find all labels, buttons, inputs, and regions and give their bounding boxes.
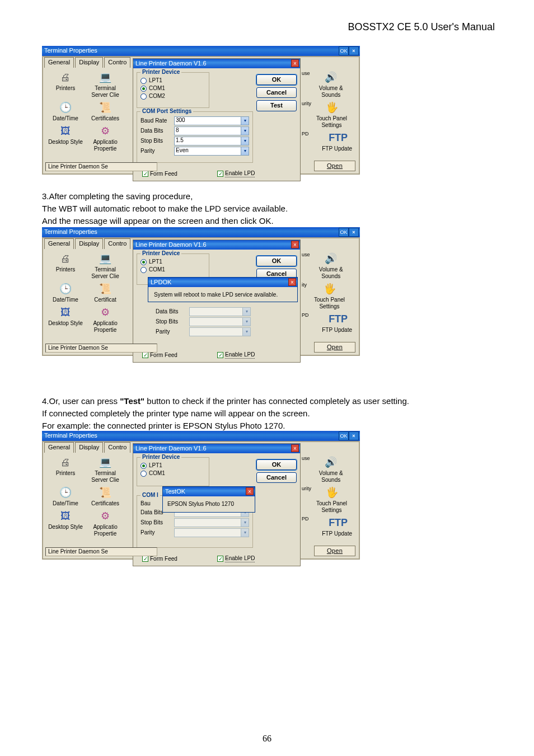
icon-label-volume[interactable]: Volume & Sounds (319, 266, 343, 279)
printer-device-group: Printer Device LPT1 COM1 COM2 (137, 72, 209, 108)
tab-general[interactable]: General (44, 57, 74, 68)
statusbar: Line Printer Daemon Se (45, 344, 157, 353)
baud-rate-select[interactable]: 300▾ (174, 116, 249, 125)
icon-label-terminal[interactable]: Terminal Server Clie (91, 470, 119, 483)
lpd-dialog: Line Printer Daemon V1.6 × Printer Devic… (133, 443, 301, 566)
test-close-button[interactable]: × (246, 487, 254, 495)
icon-label-printers[interactable]: Printers (56, 470, 75, 476)
lpd-dialog-close-button[interactable]: × (291, 444, 299, 452)
stop-bits-label: Stop Bits (140, 519, 174, 526)
radio-com2[interactable] (140, 93, 147, 100)
radio-com1[interactable] (140, 86, 147, 92)
chevron-down-icon: ▾ (242, 328, 250, 336)
tab-display[interactable]: Display (75, 57, 103, 68)
enable-lpd-checkbox[interactable]: ✓Enable LPD (217, 555, 255, 562)
icon-label-desktop[interactable]: Desktop Style (48, 139, 83, 145)
para1-line1: 3.After completing the saving procedure, (42, 190, 495, 203)
icon-label-touch[interactable]: Touch Panel Settings (316, 115, 347, 128)
icon-label-desktop[interactable]: Desktop Style (48, 320, 83, 326)
titlebar-ok-button[interactable]: OK (339, 46, 349, 55)
lpd-dialog: Line Printer Daemon V1.6 × Printer Devic… (133, 240, 301, 363)
control-panel-icons: 🖨Printers 💻Terminal Server Clie 🕒Date/Ti… (46, 71, 130, 154)
tab-display[interactable]: Display (75, 442, 103, 453)
form-feed-checkbox[interactable]: ✓Form Feed (142, 171, 177, 177)
radio-lpt1[interactable] (140, 259, 147, 265)
titlebar-close-button[interactable]: × (349, 228, 359, 237)
stop-bits-select[interactable]: 1.5▾ (174, 137, 249, 145)
icon-label-desktop[interactable]: Desktop Style (48, 524, 83, 530)
icon-label-datetime[interactable]: Date/Time (53, 297, 78, 303)
clock-icon: 🕒 (57, 486, 74, 499)
icon-label-volume[interactable]: Volume & Sounds (319, 470, 343, 483)
para2-line3: For example: the connected printer is EP… (42, 420, 495, 432)
radio-lpt1[interactable] (140, 463, 147, 469)
radio-com1[interactable] (140, 267, 147, 273)
icon-label-volume[interactable]: Volume & Sounds (319, 85, 343, 98)
titlebar-ok-button[interactable]: OK (339, 228, 349, 237)
tab-display[interactable]: Display (75, 238, 103, 249)
test-result-title: Test (165, 488, 176, 495)
icon-label-ftp[interactable]: FTP Update (322, 327, 352, 333)
enable-lpd-checkbox[interactable]: ✓Enable LPD (217, 170, 255, 177)
radio-com1[interactable] (140, 471, 147, 477)
touch-panel-icon: 🖐 (324, 101, 340, 114)
icon-label-certs[interactable]: Certificat (94, 297, 116, 303)
test-ok-button[interactable]: OK (176, 488, 189, 495)
icon-label-app[interactable]: Applicatio Propertie (93, 139, 117, 152)
right-icon-column: use 🔊Volume & Sounds ity 🖐Touch Panel Se… (302, 252, 355, 336)
ok-button[interactable]: OK (256, 256, 297, 266)
titlebar-close-button[interactable]: × (349, 46, 359, 55)
titlebar-close-button[interactable]: × (349, 431, 359, 440)
tab-general[interactable]: General (44, 442, 74, 453)
icon-label-touch[interactable]: Touch Panel Settings (316, 500, 347, 513)
lpd-dialog-close-button[interactable]: × (291, 59, 299, 67)
pd-label-fragment: PD (302, 131, 309, 137)
cancel-button[interactable]: Cancel (256, 472, 297, 483)
icon-label-terminal[interactable]: Terminal Server Clie (91, 85, 119, 98)
test-button[interactable]: Test (256, 100, 297, 111)
chevron-down-icon: ▾ (241, 137, 249, 145)
open-button[interactable]: Open (314, 342, 355, 353)
enable-lpd-checkbox[interactable]: ✓Enable LPD (217, 351, 255, 359)
open-button[interactable]: Open (314, 161, 355, 171)
icon-label-printers[interactable]: Printers (56, 266, 75, 273)
tab-general[interactable]: General (44, 238, 74, 249)
lpd-dialog-title: Line Printer Daemon V1.6 (135, 445, 207, 452)
printer-device-legend: Printer Device (140, 454, 181, 461)
icon-label-terminal[interactable]: Terminal Server Clie (91, 266, 119, 279)
icon-label-certs[interactable]: Certificates (91, 500, 119, 506)
titlebar-ok-button[interactable]: OK (339, 431, 349, 440)
cancel-button[interactable]: Cancel (256, 87, 297, 98)
icon-label-app[interactable]: Applicatio Propertie (93, 524, 117, 537)
tab-control[interactable]: Contro (104, 238, 130, 249)
pd-label-fragment: PD (302, 516, 309, 522)
stop-bits-select: ▾ (189, 317, 251, 326)
msgbox-close-button[interactable]: × (288, 278, 296, 286)
com-port-legend: COM Port Settings (140, 108, 193, 115)
ok-button[interactable]: OK (256, 74, 297, 85)
data-bits-select[interactable]: 8▾ (174, 126, 249, 135)
icon-label-certs[interactable]: Certificates (91, 115, 119, 121)
icon-label-touch[interactable]: Touch Panel Settings (314, 297, 345, 309)
printer-icon: 🖨 (57, 71, 74, 84)
parity-select[interactable]: Even▾ (174, 147, 249, 156)
radio-lpt1[interactable] (140, 78, 147, 84)
lpd-dialog-close-button[interactable]: × (291, 241, 299, 248)
open-button[interactable]: Open (314, 546, 355, 556)
icon-label-datetime[interactable]: Date/Time (53, 115, 78, 121)
lpd-dialog-titlebar: Line Printer Daemon V1.6 × (133, 444, 300, 453)
form-feed-checkbox[interactable]: ✓Form Feed (142, 556, 177, 562)
certificate-icon: 📜 (97, 282, 114, 295)
form-feed-checkbox[interactable]: ✓Form Feed (142, 352, 177, 359)
icon-label-ftp[interactable]: FTP Update (322, 530, 352, 537)
icon-label-app[interactable]: Applicatio Propertie (93, 320, 117, 333)
icon-label-printers[interactable]: Printers (56, 85, 75, 91)
data-bits-label: Data Bits (140, 128, 174, 134)
icon-label-ftp[interactable]: FTP Update (322, 145, 352, 152)
msgbox-ok-button[interactable]: OK (162, 279, 175, 286)
tab-control[interactable]: Contro (104, 442, 130, 453)
icon-label-datetime[interactable]: Date/Time (53, 500, 78, 506)
tab-control[interactable]: Contro (104, 57, 130, 68)
lpd-dialog-title: Line Printer Daemon V1.6 (135, 241, 207, 248)
ok-button[interactable]: OK (256, 459, 297, 470)
